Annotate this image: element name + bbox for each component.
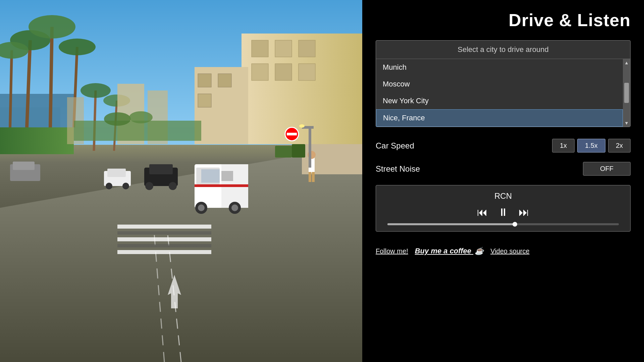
svg-rect-5 bbox=[252, 40, 268, 57]
svg-rect-12 bbox=[198, 74, 211, 87]
player-controls: ⏮ ⏸ ⏭ bbox=[384, 206, 622, 219]
svg-point-73 bbox=[129, 111, 153, 123]
svg-rect-13 bbox=[218, 74, 231, 87]
svg-point-28 bbox=[29, 15, 75, 39]
car-speed-label: Car Speed bbox=[376, 141, 414, 150]
svg-line-31 bbox=[10, 50, 12, 127]
svg-rect-10 bbox=[299, 64, 315, 80]
radio-station-name: RCN bbox=[384, 191, 622, 201]
svg-point-34 bbox=[80, 83, 111, 98]
svg-rect-46 bbox=[195, 184, 248, 187]
progress-thumb[interactable] bbox=[513, 222, 517, 227]
svg-point-53 bbox=[106, 183, 112, 189]
svg-rect-48 bbox=[149, 164, 173, 174]
right-panel: Drive & Listen Select a city to drive ar… bbox=[362, 0, 644, 362]
city-selector-label: Select a city to drive around bbox=[376, 41, 630, 59]
coffee-icon: ☕ bbox=[475, 247, 484, 255]
svg-rect-52 bbox=[107, 169, 126, 177]
city-item-moscow[interactable]: Moscow bbox=[376, 76, 623, 93]
svg-line-27 bbox=[50, 27, 52, 127]
footer-links: Follow me! Buy me a coffee ☕ Video sourc… bbox=[376, 247, 631, 255]
street-noise-row: Street Noise OFF bbox=[376, 162, 631, 176]
progress-bar[interactable] bbox=[387, 223, 619, 225]
pause-button[interactable]: ⏸ bbox=[498, 206, 508, 219]
svg-rect-41 bbox=[221, 171, 233, 181]
street-noise-label: Street Noise bbox=[376, 164, 420, 174]
svg-rect-64 bbox=[292, 144, 305, 158]
city-selector: Select a city to drive around Munich Mos… bbox=[376, 40, 631, 127]
svg-point-43 bbox=[198, 204, 205, 211]
speed-1x-button[interactable]: 1x bbox=[552, 139, 575, 153]
svg-rect-21 bbox=[117, 244, 211, 247]
svg-rect-3 bbox=[0, 127, 74, 154]
scrollbar-up-arrow[interactable]: ▲ bbox=[624, 60, 629, 65]
svg-point-45 bbox=[231, 204, 238, 211]
svg-point-72 bbox=[104, 112, 131, 126]
city-scrollbar[interactable]: ▲ ▼ bbox=[623, 59, 630, 127]
svg-rect-56 bbox=[13, 162, 35, 170]
speed-1-5x-button[interactable]: 1.5x bbox=[577, 139, 605, 153]
video-background bbox=[0, 0, 362, 362]
svg-point-30 bbox=[59, 39, 96, 55]
svg-rect-71 bbox=[74, 121, 201, 141]
next-button[interactable]: ⏭ bbox=[519, 206, 529, 219]
svg-rect-61 bbox=[309, 127, 311, 168]
svg-rect-67 bbox=[287, 133, 297, 135]
car-speed-row: Car Speed 1x 1.5x 2x bbox=[376, 139, 631, 153]
city-item-munich[interactable]: Munich bbox=[376, 59, 623, 76]
follow-me-link[interactable]: Follow me! bbox=[376, 247, 408, 255]
scrollbar-thumb[interactable] bbox=[624, 83, 629, 103]
street-noise-toggle[interactable]: OFF bbox=[583, 162, 631, 176]
svg-rect-39 bbox=[201, 169, 220, 183]
video-source-link[interactable]: Video source bbox=[490, 247, 529, 255]
svg-point-49 bbox=[145, 182, 153, 190]
svg-point-54 bbox=[122, 183, 129, 189]
svg-rect-19 bbox=[117, 231, 211, 235]
app-title: Drive & Listen bbox=[376, 10, 631, 30]
svg-rect-60 bbox=[312, 172, 315, 182]
svg-rect-20 bbox=[117, 237, 211, 241]
svg-rect-65 bbox=[275, 146, 292, 158]
svg-rect-8 bbox=[252, 64, 268, 80]
svg-rect-18 bbox=[117, 225, 211, 229]
svg-rect-59 bbox=[309, 172, 311, 182]
progress-fill bbox=[387, 223, 515, 225]
city-list: Munich Moscow New York City Nice, France… bbox=[376, 59, 630, 127]
buy-coffee-link[interactable]: Buy me a coffee ☕ bbox=[415, 247, 484, 255]
svg-rect-9 bbox=[275, 64, 292, 80]
svg-point-50 bbox=[169, 182, 177, 190]
speed-buttons: 1x 1.5x 2x bbox=[552, 139, 631, 153]
svg-rect-14 bbox=[198, 94, 211, 107]
radio-player: RCN ⏮ ⏸ ⏭ bbox=[376, 185, 631, 232]
previous-button[interactable]: ⏮ bbox=[477, 206, 488, 219]
svg-rect-22 bbox=[117, 250, 211, 254]
svg-point-63 bbox=[299, 124, 305, 128]
svg-rect-6 bbox=[275, 40, 292, 57]
scrollbar-down-arrow[interactable]: ▼ bbox=[624, 121, 629, 125]
city-item-new-york[interactable]: New York City bbox=[376, 93, 623, 109]
svg-rect-7 bbox=[299, 40, 315, 57]
speed-2x-button[interactable]: 2x bbox=[608, 139, 631, 153]
street-scene bbox=[0, 0, 362, 362]
city-item-nice[interactable]: Nice, France bbox=[376, 109, 623, 127]
